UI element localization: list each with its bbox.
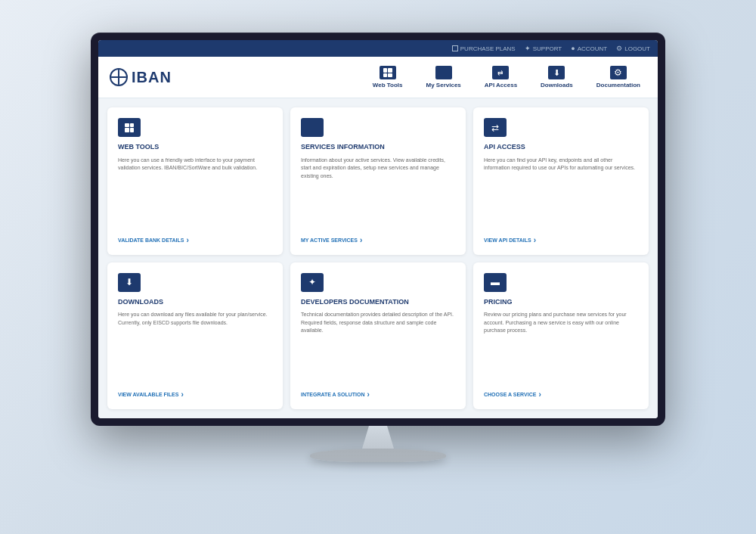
downloads-card-icon: ⬇ <box>118 273 141 292</box>
web-tools-card-icon <box>118 118 141 137</box>
support-icon: ✦ <box>525 45 531 52</box>
globe-icon <box>110 68 128 86</box>
api-access-nav-icon: ⇄ <box>492 66 509 79</box>
developers-docs-link[interactable]: INTEGRATE A SOLUTION <box>301 390 455 399</box>
services-info-title: SERVICES INFORMATION <box>301 143 455 152</box>
services-info-text: Information about your active services. … <box>301 157 455 230</box>
pricing-link[interactable]: CHOOSE A SERVICE <box>484 390 638 399</box>
cards-grid: WEB TOOLS Here you can use a friendly we… <box>107 107 649 409</box>
downloads-nav-icon: ⬇ <box>548 66 565 79</box>
support-link[interactable]: ✦ SUPPORT <box>525 45 562 52</box>
pricing-text: Review our pricing plans and purchase ne… <box>484 311 638 384</box>
nav-bar: IBAN Web Tools <box>98 57 658 98</box>
api-access-link[interactable]: VIEW API DETAILS <box>484 236 638 244</box>
services-info-card-icon <box>301 118 324 137</box>
pricing-card-icon: ▬ <box>484 273 507 292</box>
developers-docs-card-icon: ✦ <box>301 273 324 292</box>
api-access-card-icon: ⇄ <box>484 118 507 137</box>
downloads-link[interactable]: VIEW AVAILABLE FILES <box>118 390 272 399</box>
nav-web-tools[interactable]: Web Tools <box>367 63 409 92</box>
pricing-card: ▬ PRICING Review our pricing plans and p… <box>473 262 649 410</box>
api-access-title: API ACCESS <box>484 143 638 152</box>
top-bar: PURCHASE PLANS ✦ SUPPORT ● ACCOUNT ⚙ LOG… <box>98 40 658 57</box>
account-icon: ● <box>571 45 575 52</box>
pricing-title: PRICING <box>484 298 638 307</box>
downloads-card: ⬇ DOWNLOADS Here you can download any fi… <box>107 262 283 410</box>
services-info-card: SERVICES INFORMATION Information about y… <box>290 107 466 255</box>
monitor-wrapper: PURCHASE PLANS ✦ SUPPORT ● ACCOUNT ⚙ LOG… <box>83 33 673 501</box>
nav-downloads[interactable]: ⬇ Downloads <box>534 63 579 92</box>
downloads-text: Here you can download any files availabl… <box>118 311 272 384</box>
logo: IBAN <box>110 68 172 86</box>
purchase-plans-link[interactable]: PURCHASE PLANS <box>452 45 516 52</box>
cart-icon <box>452 45 458 51</box>
content-area: WEB TOOLS Here you can use a friendly we… <box>98 98 658 418</box>
web-tools-card: WEB TOOLS Here you can use a friendly we… <box>107 107 283 255</box>
nav-api-access[interactable]: ⇄ API Access <box>479 63 523 92</box>
logout-icon: ⚙ <box>616 45 622 52</box>
web-tools-nav-icon <box>380 66 396 79</box>
nav-items: Web Tools My Services <box>367 63 646 92</box>
web-tools-link[interactable]: VALIDATE BANK DETAILS <box>118 236 272 244</box>
web-tools-text: Here you can use a friendly web interfac… <box>118 157 272 230</box>
downloads-title: DOWNLOADS <box>118 298 272 307</box>
monitor-base <box>310 449 446 462</box>
my-services-nav-icon <box>435 66 452 79</box>
nav-documentation[interactable]: ⚙ Documentation <box>590 63 646 92</box>
docs-nav-icon: ⚙ <box>610 66 627 79</box>
monitor-outer: PURCHASE PLANS ✦ SUPPORT ● ACCOUNT ⚙ LOG… <box>91 33 665 426</box>
developers-docs-title: DEVELOPERS DOCUMENTATION <box>301 298 455 307</box>
web-tools-title: WEB TOOLS <box>118 143 272 152</box>
logout-link[interactable]: ⚙ LOGOUT <box>616 45 650 52</box>
developers-docs-card: ✦ DEVELOPERS DOCUMENTATION Technical doc… <box>290 262 466 410</box>
nav-my-services[interactable]: My Services <box>420 63 467 92</box>
services-info-link[interactable]: MY ACTIVE SERVICES <box>301 236 455 244</box>
api-access-text: Here you can find your API key, endpoint… <box>484 157 638 230</box>
monitor-neck <box>355 426 401 449</box>
monitor-screen: PURCHASE PLANS ✦ SUPPORT ● ACCOUNT ⚙ LOG… <box>98 40 658 418</box>
logo-text: IBAN <box>132 69 172 86</box>
account-link[interactable]: ● ACCOUNT <box>571 45 607 52</box>
api-access-card: ⇄ API ACCESS Here you can find your API … <box>473 107 649 255</box>
developers-docs-text: Technical documentation provides detaile… <box>301 311 455 384</box>
